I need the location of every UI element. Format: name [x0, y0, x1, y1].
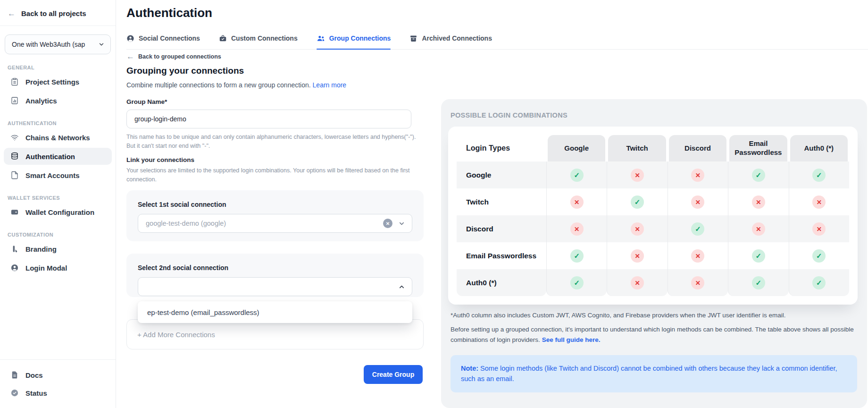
combination-cell: ✓ [607, 188, 667, 215]
chevron-down-icon[interactable] [398, 220, 405, 227]
cross-icon: ✕ [752, 222, 765, 236]
help-line-1: This name has to be unique and can only … [126, 133, 428, 142]
app-screen: ← Back to all projects One with Web3Auth… [0, 0, 868, 408]
combination-cell: ✕ [728, 188, 788, 215]
sidebar-item-docs[interactable]: Docs [4, 366, 112, 383]
sidebar-item-branding[interactable]: Branding [4, 240, 112, 257]
check-icon: ✓ [570, 169, 584, 182]
back-arrow-icon: ← [126, 52, 134, 60]
cross-icon: ✕ [691, 169, 704, 182]
cross-icon: ✕ [752, 196, 765, 209]
grouping-heading: Grouping your connections [126, 66, 244, 76]
group-connections-icon [317, 34, 325, 42]
sidebar-item-chains-networks[interactable]: Chains & Networks [4, 129, 112, 146]
chevron-up-icon[interactable] [398, 283, 405, 290]
select-second-connection[interactable] [138, 277, 412, 296]
sidebar-item-smart-accounts[interactable]: Smart Accounts [4, 167, 112, 184]
add-more-connections-button[interactable]: + Add More Connections [126, 319, 424, 349]
row-label: Auth0 (*) [457, 269, 546, 296]
branding-icon [10, 245, 19, 253]
sidebar-item-label: Branding [25, 245, 57, 253]
row-label: Email Passwordless [457, 242, 546, 269]
cross-icon: ✕ [691, 249, 704, 263]
check-icon: ✓ [752, 276, 765, 289]
full-guide-link[interactable]: See full guide here. [542, 336, 601, 343]
sidebar-item-analytics[interactable]: Analytics [4, 92, 112, 109]
select-first-connection[interactable]: google-test-demo (google) ✕ [138, 214, 412, 233]
sidebar-item-label: Status [25, 389, 47, 397]
tab-label: Social Connections [139, 34, 200, 42]
cross-icon: ✕ [691, 196, 704, 209]
tab-label: Archived Connections [422, 34, 492, 42]
combination-cell: ✕ [728, 215, 788, 242]
check-icon: ✓ [752, 249, 765, 263]
project-selector[interactable]: One with Web3Auth (sap [5, 34, 111, 54]
check-icon: ✓ [752, 169, 765, 182]
combination-cell: ✕ [607, 162, 667, 188]
cross-icon: ✕ [812, 196, 826, 209]
create-group-button[interactable]: Create Group [364, 365, 423, 384]
connection-dropdown-option[interactable]: ep-test-demo (email_passwordless) [138, 301, 412, 323]
clear-selection-icon[interactable]: ✕ [383, 219, 392, 228]
combinations-title: POSSIBLE LOGIN COMBINATIONS [451, 111, 568, 119]
note-label: Note: [461, 365, 478, 372]
page-title: Authentication [126, 6, 212, 20]
combination-cell: ✕ [607, 242, 667, 269]
sidebar-section-general: GENERAL [8, 65, 108, 70]
sidebar-item-label: Chains & Networks [25, 134, 90, 142]
select-second-label: Select 2nd social connection [138, 264, 228, 272]
sidebar: ← Back to all projects One with Web3Auth… [0, 0, 116, 408]
sidebar-item-authentication[interactable]: Authentication [4, 148, 112, 165]
tab-archived-connections[interactable]: Archived Connections [409, 27, 492, 49]
check-icon: ✓ [631, 196, 644, 209]
group-name-input[interactable] [126, 110, 411, 128]
sidebar-item-login-modal[interactable]: Login Modal [4, 259, 112, 276]
select-first-value: google-test-demo (google) [146, 220, 383, 227]
combination-cell: ✓ [728, 242, 788, 269]
cross-icon: ✕ [570, 222, 584, 236]
sidebar-item-status[interactable]: Status [4, 384, 112, 401]
tab-custom-connections[interactable]: Custom Connections [219, 27, 298, 49]
help-line-2: But it can't start nor end with "-". [126, 142, 428, 151]
combination-cell: ✓ [728, 269, 788, 296]
combination-cell: ✓ [789, 242, 849, 269]
combination-cell: ✓ [728, 162, 788, 188]
note-text: Some login methods (like Twitch and Disc… [461, 365, 837, 382]
status-icon [10, 389, 19, 397]
tab-group-connections[interactable]: Group Connections [317, 27, 391, 49]
first-connection-card: Select 1st social connection google-test… [126, 190, 424, 241]
cross-icon: ✕ [631, 249, 644, 263]
sidebar-item-wallet-configuration[interactable]: Wallet Configuration [4, 204, 112, 221]
second-connection-card: Select 2nd social connection [126, 254, 424, 297]
check-icon: ✓ [570, 276, 584, 289]
column-header: Email Passwordless [729, 135, 787, 162]
grouping-subheading: Combine multiple connections to form a n… [126, 81, 346, 89]
combination-cell: ✕ [607, 215, 667, 242]
column-header: Discord [669, 135, 726, 162]
combination-cell: ✕ [668, 269, 728, 296]
back-to-projects-label: Back to all projects [21, 9, 86, 17]
group-name-help: This name has to be unique and can only … [126, 133, 428, 151]
combination-cell: ✓ [789, 269, 849, 296]
combination-cell: ✕ [789, 188, 849, 215]
sidebar-item-project-settings[interactable]: Project Settings [4, 73, 112, 90]
cross-icon: ✕ [812, 222, 826, 236]
combination-cell: ✕ [668, 242, 728, 269]
tab-label: Custom Connections [231, 34, 298, 42]
cross-icon: ✕ [570, 196, 584, 209]
tab-social-connections[interactable]: Social Connections [126, 27, 200, 49]
cross-icon: ✕ [691, 276, 704, 289]
smart-accounts-icon [10, 171, 19, 179]
combinations-card: Login TypesGoogleTwitchDiscordEmail Pass… [448, 127, 858, 305]
tabs-row: Social Connections Custom Connections Gr… [126, 27, 868, 50]
learn-more-link[interactable]: Learn more [313, 81, 347, 89]
combination-cell: ✕ [668, 162, 728, 188]
cross-icon: ✕ [631, 276, 644, 289]
check-icon: ✓ [812, 276, 826, 289]
check-icon: ✓ [812, 249, 826, 263]
subheading-text: Combine multiple connections to form a n… [126, 81, 311, 89]
back-to-grouped-connections-link[interactable]: ← Back to grouped connections [126, 52, 221, 60]
sidebar-section-customization: CUSTOMIZATION [8, 232, 108, 238]
back-to-projects-link[interactable]: ← Back to all projects [0, 0, 116, 26]
sidebar-item-label: Project Settings [25, 78, 79, 86]
